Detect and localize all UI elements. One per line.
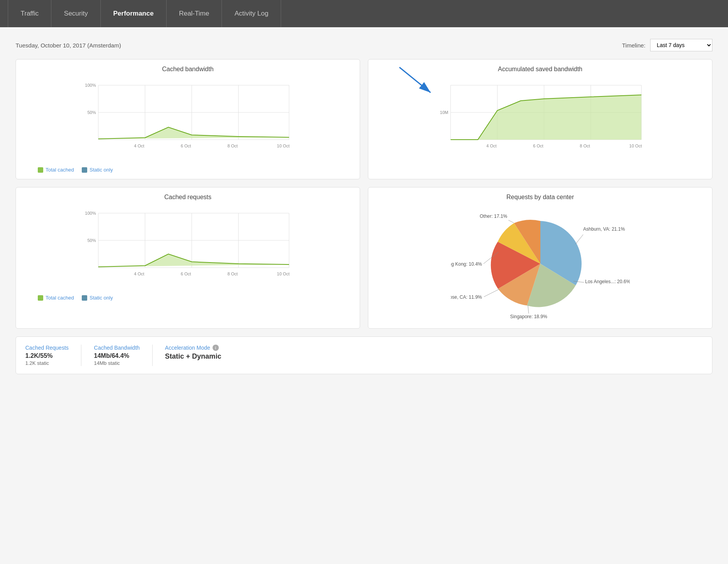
svg-marker-26 — [451, 95, 642, 140]
cached-requests-title: Cached requests — [22, 194, 353, 201]
nav-item-security[interactable]: Security — [51, 0, 100, 27]
svg-text:4 Oct: 4 Oct — [134, 271, 144, 276]
timeline-label: Timeline: — [622, 42, 645, 49]
cached-requests-chart: Cached requests 100% 50% — [16, 187, 360, 329]
pie-label-losangeles: Los Angeles...: 20.6% — [585, 279, 630, 284]
stat-cached-requests-title[interactable]: Cached Requests — [25, 345, 69, 351]
cached-requests-area: 100% 50% 4 Oct 6 Oct 8 Oct 10 Oct — [22, 205, 353, 291]
nav-item-performance[interactable]: Performance — [101, 0, 167, 27]
svg-text:6 Oct: 6 Oct — [181, 144, 191, 148]
legend-static-only[interactable]: Static only — [82, 167, 113, 173]
nav-item-realtime[interactable]: Real-Time — [167, 0, 222, 27]
pie-label-sanjose: San Jose, CA: 11.9% — [451, 294, 482, 300]
stat-cached-bandwidth-sub: 14Mb static — [94, 360, 140, 366]
svg-text:10 Oct: 10 Oct — [277, 144, 289, 148]
stat-acceleration-mode-value: Static + Dynamic — [165, 352, 222, 361]
svg-text:8 Oct: 8 Oct — [227, 144, 237, 148]
svg-text:8 Oct: 8 Oct — [580, 144, 590, 148]
svg-line-46 — [508, 220, 514, 223]
svg-text:4 Oct: 4 Oct — [486, 144, 496, 148]
cached-requests-legend: Total cached Static only — [22, 295, 353, 301]
stat-cached-bandwidth-value: 14Mb/64.4% — [94, 352, 140, 359]
legend-total-cached[interactable]: Total cached — [38, 167, 74, 173]
svg-line-48 — [528, 305, 529, 314]
legend-requests-static-only[interactable]: Static only — [82, 295, 113, 301]
stat-cached-bandwidth-title[interactable]: Cached Bandwidth — [94, 345, 140, 351]
timeline-control: Timeline: Last 7 days Last 30 days Last … — [622, 39, 712, 51]
requests-datacenter-title: Requests by data center — [375, 194, 706, 201]
accumulated-bandwidth-svg: 10M 4 Oct 6 Oct 8 Oct 10 Oct — [375, 77, 706, 163]
legend-requests-total-cached[interactable]: Total cached — [38, 295, 74, 301]
svg-text:6 Oct: 6 Oct — [533, 144, 543, 148]
accumulated-bandwidth-chart: Accumulated saved bandwidth — [368, 59, 712, 179]
nav-item-traffic[interactable]: Traffic — [8, 0, 51, 27]
charts-grid: Cached bandwidth 100% 50% — [16, 59, 712, 329]
svg-text:4 Oct: 4 Oct — [134, 144, 144, 148]
cached-bandwidth-svg: 100% 50% 4 Oct 6 Oct 8 Oct 10 Oct — [22, 77, 353, 163]
stat-cached-requests: Cached Requests 1.2K/55% 1.2K static — [25, 345, 81, 366]
svg-text:10 Oct: 10 Oct — [629, 144, 642, 148]
pie-label-hongkong: Hong Kong: 10.4% — [451, 261, 482, 267]
stat-cached-requests-sub: 1.2K static — [25, 360, 69, 366]
legend-static-only-box — [82, 167, 87, 173]
stat-cached-bandwidth: Cached Bandwidth 14Mb/64.4% 14Mb static — [94, 345, 153, 366]
svg-text:100%: 100% — [85, 83, 96, 88]
svg-text:10M: 10M — [440, 110, 448, 115]
stat-acceleration-mode: Acceleration Mode i Static + Dynamic — [165, 345, 234, 366]
top-navigation: Traffic Security Performance Real-Time A… — [0, 0, 728, 27]
pie-label-singapore: Singapore: 18.9% — [510, 314, 547, 319]
pie-label-ashburn: Ashburn, VA: 21.1% — [583, 226, 625, 232]
timeline-select[interactable]: Last 7 days Last 30 days Last 24 hours — [650, 39, 712, 51]
svg-text:8 Oct: 8 Oct — [227, 271, 237, 276]
svg-text:10 Oct: 10 Oct — [277, 271, 289, 276]
date-label: Tuesday, October 10, 2017 (Amsterdam) — [16, 42, 121, 49]
svg-text:50%: 50% — [87, 110, 96, 115]
svg-line-49 — [484, 289, 499, 297]
legend-requests-total-box — [38, 295, 43, 301]
pie-chart-svg: Other: 17.1% Ashburn, VA: 21.1% Los Ange… — [451, 205, 630, 322]
cached-bandwidth-chart: Cached bandwidth 100% 50% — [16, 59, 360, 179]
cached-bandwidth-title: Cached bandwidth — [22, 66, 353, 73]
stat-cached-requests-value: 1.2K/55% — [25, 352, 69, 359]
main-content: Tuesday, October 10, 2017 (Amsterdam) Ti… — [0, 27, 728, 564]
svg-text:50%: 50% — [87, 238, 96, 243]
cached-requests-svg: 100% 50% 4 Oct 6 Oct 8 Oct 10 Oct — [22, 205, 353, 291]
stats-bar: Cached Requests 1.2K/55% 1.2K static Cac… — [16, 336, 712, 374]
cached-bandwidth-legend: Total cached Static only — [22, 167, 353, 173]
info-icon[interactable]: i — [213, 345, 219, 351]
pie-chart-area: Other: 17.1% Ashburn, VA: 21.1% Los Ange… — [375, 205, 706, 322]
requests-datacenter-chart: Requests by data center — [368, 187, 712, 329]
cached-bandwidth-area: 100% 50% 4 Oct 6 Oct 8 Oct 10 Oct — [22, 77, 353, 163]
svg-line-51 — [575, 235, 583, 244]
header-row: Tuesday, October 10, 2017 (Amsterdam) Ti… — [16, 39, 712, 51]
svg-marker-41 — [98, 254, 289, 267]
nav-item-activitylog[interactable]: Activity Log — [222, 0, 281, 27]
svg-text:100%: 100% — [85, 211, 96, 215]
legend-total-cached-box — [38, 167, 43, 173]
pie-label-other: Other: 17.1% — [480, 214, 507, 219]
stat-acceleration-mode-label: Acceleration Mode i — [165, 345, 222, 351]
accumulated-bandwidth-area: 10M 4 Oct 6 Oct 8 Oct 10 Oct — [375, 77, 706, 163]
accumulated-bandwidth-title: Accumulated saved bandwidth — [375, 66, 706, 73]
svg-text:6 Oct: 6 Oct — [181, 271, 191, 276]
legend-requests-static-box — [82, 295, 87, 301]
